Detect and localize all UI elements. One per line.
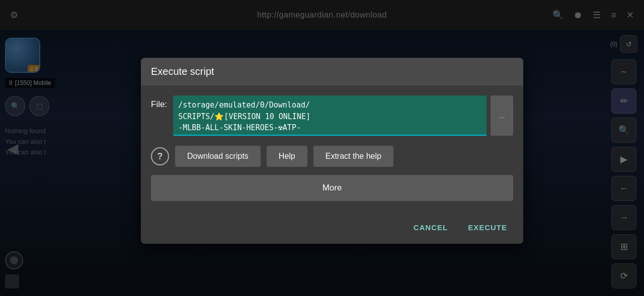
help-button[interactable]: Help	[267, 146, 307, 167]
extract-help-button[interactable]: Extract the help	[313, 146, 393, 167]
file-browse-button[interactable]: ...	[491, 95, 513, 136]
dialog-body: File: /storage/emulated/0/Download/ SCRI…	[141, 85, 523, 211]
dialog-footer: CANCEL EXECUTE	[141, 211, 523, 244]
execute-button[interactable]: EXECUTE	[462, 219, 513, 236]
help-circle-icon[interactable]: ?	[151, 147, 169, 165]
file-input[interactable]: /storage/emulated/0/Download/ SCRIPTS/⭐[…	[173, 95, 487, 136]
action-row: ? Download scripts Help Extract the help	[151, 146, 513, 167]
file-label: File:	[151, 95, 167, 110]
cancel-button[interactable]: CANCEL	[408, 219, 454, 236]
download-scripts-button[interactable]: Download scripts	[175, 146, 261, 167]
file-row: File: /storage/emulated/0/Download/ SCRI…	[151, 95, 513, 136]
file-input-container: /storage/emulated/0/Download/ SCRIPTS/⭐[…	[173, 95, 513, 136]
execute-script-dialog: Execute script File: /storage/emulated/0…	[141, 58, 523, 244]
dialog-title: Execute script	[141, 58, 523, 85]
more-button[interactable]: More	[151, 175, 513, 201]
